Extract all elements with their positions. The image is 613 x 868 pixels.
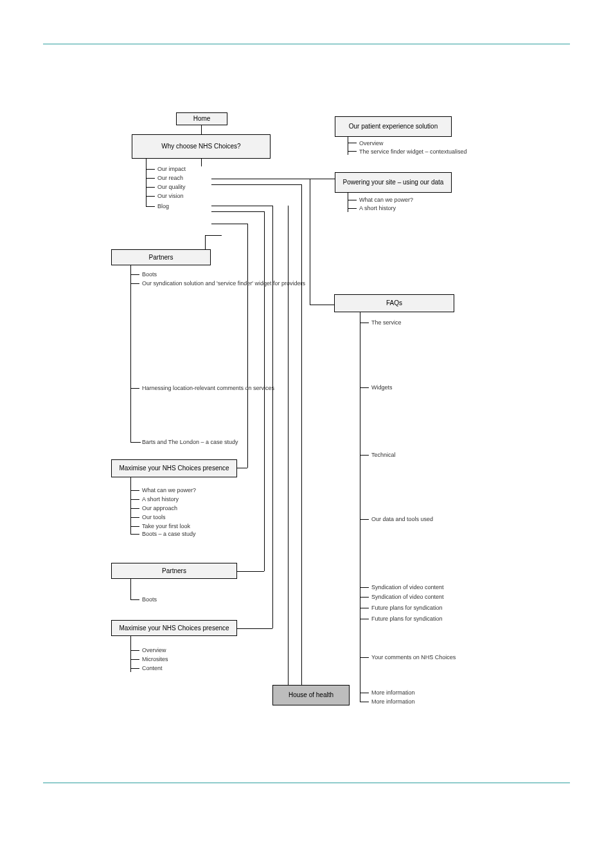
node-maximise2: Maximise your NHS Choices presence — [111, 620, 237, 636]
leaf-why-2: Our quality — [157, 184, 186, 190]
leaf-faq-4b: Syndication of video content — [371, 594, 444, 600]
leaf-faq-4: Syndication of video content — [371, 584, 444, 590]
leaf-par-long: Harnessing location-relevant comments on… — [142, 385, 274, 391]
leaf-why-1: Our reach — [157, 175, 183, 181]
leaf-par-0: Boots — [142, 271, 157, 278]
leaf-pat-0: Overview — [359, 140, 384, 146]
node-powering: Powering your site – using our data — [335, 172, 452, 193]
leaf-par-0b: Our syndication solution and 'service fi… — [142, 280, 305, 287]
node-patient: Our patient experience solution — [335, 116, 452, 137]
node-maximise: Maximise your NHS Choices presence — [111, 459, 237, 477]
node-hoh: House of health — [272, 685, 350, 705]
leaf-max-5: Boots – a case study — [142, 531, 196, 537]
leaf-pow-1: A short history — [359, 205, 396, 211]
node-why: Why choose NHS Choices? — [132, 134, 271, 159]
leaf-par2-0: Boots — [142, 596, 157, 603]
leaf-pow-0: What can we power? — [359, 197, 413, 203]
leaf-pat-1: The service finder widget – contextualis… — [359, 148, 467, 155]
leaf-max2-1: Microsites — [142, 656, 168, 662]
leaf-faq-6: Your comments on NHS Choices — [371, 654, 456, 660]
leaf-faq-0: The service — [371, 319, 402, 326]
node-home: Home — [176, 112, 227, 125]
leaf-faq-2: Technical — [371, 452, 396, 458]
leaf-faq-7b: More information — [371, 698, 415, 705]
leaf-max-1: A short history — [142, 496, 179, 502]
leaf-why-3: Our vision — [157, 193, 184, 199]
leaf-max-0: What can we power? — [142, 487, 196, 493]
leaf-max-4: Take your first look — [142, 523, 190, 529]
leaf-faq-3: Our data and tools used — [371, 516, 433, 522]
leaf-max-2: Our approach — [142, 505, 177, 511]
leaf-faq-5: Future plans for syndication — [371, 605, 443, 611]
leaf-par-long2: Barts and The London – a case study — [142, 439, 238, 445]
leaf-faq-7: More information — [371, 689, 415, 696]
leaf-max2-0: Overview — [142, 647, 166, 653]
node-partners: Partners — [111, 249, 211, 265]
leaf-max2-2: Content — [142, 665, 163, 671]
leaf-why-0: Our impact — [157, 166, 186, 172]
node-faqs: FAQs — [334, 294, 454, 312]
node-partners2: Partners — [111, 563, 237, 579]
leaf-faq-5b: Future plans for syndication — [371, 616, 443, 622]
leaf-max-3: Our tools — [142, 514, 166, 520]
leaf-why-4: Blog — [157, 203, 169, 209]
leaf-faq-1: Widgets — [371, 384, 393, 391]
